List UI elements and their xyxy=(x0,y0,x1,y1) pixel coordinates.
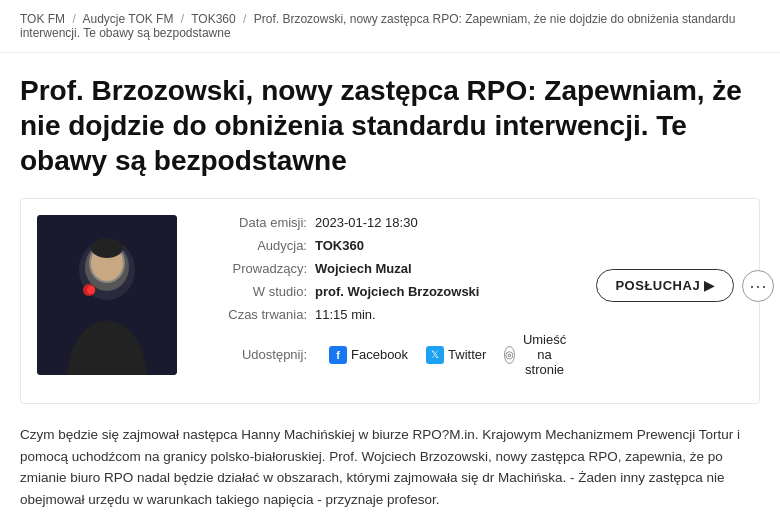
share-web-label: Umieść na stronie xyxy=(519,332,569,377)
host-row: Prowadzący: Wojciech Muzal xyxy=(197,261,574,276)
svg-point-7 xyxy=(87,286,95,294)
share-twitter-label: Twitter xyxy=(448,347,486,362)
article-description: Czym będzie się zajmował następca Hanny … xyxy=(20,424,760,510)
main-content: Prof. Brzozowski, nowy zastępca RPO: Zap… xyxy=(0,53,780,520)
emission-label: Data emisji: xyxy=(197,215,307,230)
show-row: Audycja: TOK360 xyxy=(197,238,574,253)
guest-label: W studio: xyxy=(197,284,307,299)
article-card: Data emisji: 2023-01-12 18:30 Audycja: T… xyxy=(20,198,760,404)
right-actions: POSŁUCHAJ ▶ ⋯ xyxy=(594,215,774,302)
share-facebook-button[interactable]: f Facebook xyxy=(325,344,412,366)
listen-label: POSŁUCHAJ ▶ xyxy=(615,278,714,293)
emission-value: 2023-01-12 18:30 xyxy=(315,215,418,230)
facebook-icon: f xyxy=(329,346,347,364)
twitter-icon: 𝕏 xyxy=(426,346,444,364)
guest-row: W studio: prof. Wojciech Brzozowski xyxy=(197,284,574,299)
host-label: Prowadzący: xyxy=(197,261,307,276)
breadcrumb-tok360[interactable]: TOK360 xyxy=(191,12,235,26)
svg-point-5 xyxy=(91,238,123,258)
share-row: Udostępnij: f Facebook 𝕏 Twitter ◎ Umieś… xyxy=(197,330,574,379)
duration-value: 11:15 min. xyxy=(315,307,376,322)
article-meta: Data emisji: 2023-01-12 18:30 Audycja: T… xyxy=(197,215,574,387)
guest-value: prof. Wojciech Brzozowski xyxy=(315,284,479,299)
article-image xyxy=(37,215,177,375)
breadcrumb: TOK FM / Audycje TOK FM / TOK360 / Prof.… xyxy=(0,0,780,53)
duration-label: Czas trwania: xyxy=(197,307,307,322)
breadcrumb-tokfm[interactable]: TOK FM xyxy=(20,12,65,26)
share-twitter-button[interactable]: 𝕏 Twitter xyxy=(422,344,490,366)
listen-area: POSŁUCHAJ ▶ ⋯ xyxy=(596,269,773,302)
breadcrumb-audycje[interactable]: Audycje TOK FM xyxy=(82,12,173,26)
emission-row: Data emisji: 2023-01-12 18:30 xyxy=(197,215,574,230)
web-icon: ◎ xyxy=(504,346,515,364)
more-options-icon: ⋯ xyxy=(749,275,767,297)
host-value: Wojciech Muzal xyxy=(315,261,412,276)
share-label: Udostępnij: xyxy=(197,347,307,362)
share-web-button[interactable]: ◎ Umieść na stronie xyxy=(500,330,573,379)
share-facebook-label: Facebook xyxy=(351,347,408,362)
listen-button[interactable]: POSŁUCHAJ ▶ xyxy=(596,269,733,302)
show-value: TOK360 xyxy=(315,238,364,253)
duration-row: Czas trwania: 11:15 min. xyxy=(197,307,574,322)
show-label: Audycja: xyxy=(197,238,307,253)
breadcrumb-sep-2: / xyxy=(181,12,184,26)
page-title: Prof. Brzozowski, nowy zastępca RPO: Zap… xyxy=(20,73,760,178)
more-options-button[interactable]: ⋯ xyxy=(742,270,774,302)
breadcrumb-sep-3: / xyxy=(243,12,246,26)
breadcrumb-sep-1: / xyxy=(72,12,75,26)
